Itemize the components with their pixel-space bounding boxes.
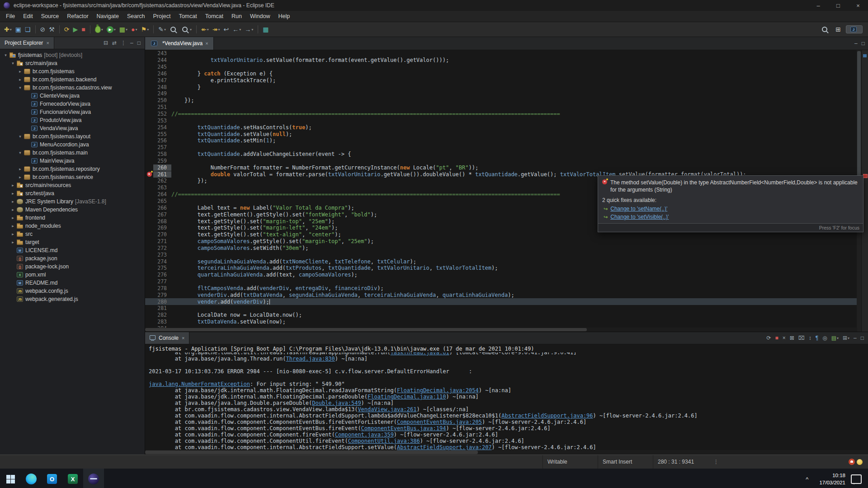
tree-item-br-com-fjsistemas-main[interactable]: ▾br.com.fjsistemas.main	[0, 149, 145, 157]
collapse-caret-icon[interactable]: ▾	[3, 53, 9, 57]
menu-run-9[interactable]: Run	[227, 12, 246, 20]
taskbar-edge-button[interactable]	[21, 469, 42, 488]
code-line-249[interactable]: 249	[145, 90, 857, 97]
collapse-caret-icon[interactable]: ▾	[17, 150, 23, 155]
expand-caret-icon[interactable]: ▸	[17, 175, 23, 179]
tree-item-fornecedorview-java[interactable]: JFornecedorView.java	[0, 100, 145, 108]
taskbar-eclipse-button[interactable]	[83, 469, 104, 488]
view-menu-icon[interactable]: ⋮	[121, 40, 126, 46]
java-perspective-button[interactable]: J	[846, 25, 863, 33]
quick-access-search-button[interactable]	[820, 24, 830, 35]
code-line-246[interactable]: 246 } catch (Exception e) {	[145, 70, 857, 77]
tree-item-license-md[interactable]: MLICENSE.md	[0, 246, 145, 254]
expand-caret-icon[interactable]: ▸	[10, 207, 16, 212]
tree-item-src-main-resources[interactable]: ▸src/main/resources	[0, 181, 145, 189]
console-pin-console-button[interactable]: ◎	[822, 335, 827, 341]
overview-error-mark-icon[interactable]	[863, 174, 868, 178]
minimize-editor-icon[interactable]: –	[854, 40, 858, 47]
statusbar-overflow-icon[interactable]: ⋮	[708, 459, 724, 465]
code-line-251[interactable]: 251	[145, 104, 857, 111]
expand-caret-icon[interactable]: ▸	[17, 77, 23, 82]
code-line-278[interactable]: 278 fltCamposVenda.add(venderDiv, entreg…	[145, 285, 857, 292]
error-marker-icon[interactable]: ×	[147, 172, 152, 177]
code-line-256[interactable]: 256 txtQuantidade.setMin(1);	[145, 137, 857, 144]
tree-item-target[interactable]: ▸target	[0, 238, 145, 246]
tree-item-produtoview-java[interactable]: JProdutoView.java	[0, 116, 145, 124]
code-line-282[interactable]: 282 LocalDate now = LocalDate.now();	[145, 312, 857, 319]
notification-bell-icon[interactable]	[849, 459, 855, 465]
menu-tomcat-8[interactable]: Tomcat	[201, 12, 227, 20]
menu-edit-1[interactable]: Edit	[19, 12, 37, 20]
console-open-console-button[interactable]: ⊞▾	[843, 335, 849, 341]
console-terminate-button[interactable]: ■	[775, 335, 778, 341]
menu-project-6[interactable]: Project	[149, 12, 175, 20]
console-horizontal-scrollbar[interactable]	[145, 450, 868, 455]
overview-mark-icon[interactable]	[863, 54, 867, 57]
console-link[interactable]: AbstractFieldSupport.java:96	[501, 413, 593, 419]
maximize-view-icon[interactable]: □	[137, 40, 141, 46]
menu-file-0[interactable]: File	[2, 12, 19, 20]
console-link[interactable]: ComponentEventBus.java:194	[361, 425, 446, 432]
toolbar-debug-button[interactable]: ▾	[94, 24, 104, 35]
tree-item-mainview-java[interactable]: JMainView.java	[0, 157, 145, 165]
toolbar-previous-annotation-button[interactable]: ↞▾	[200, 24, 210, 35]
tree-item-br-com-fjsistemas-service[interactable]: ▸br.com.fjsistemas.service	[0, 173, 145, 181]
console-link[interactable]: FloatingDecimal.java:2054	[397, 387, 479, 394]
tree-item-clienteview-java[interactable]: JClienteView.java	[0, 92, 145, 100]
code-line-255[interactable]: 255 txtQuantidade.setValue(null);	[145, 131, 857, 137]
tree-item-br-com-fjsistemas[interactable]: ▸br.com.fjsistemas	[0, 67, 145, 75]
code-line-275[interactable]: 275 terceiraLinhaGuiaVenda.add(txtProdut…	[145, 265, 857, 272]
close-icon[interactable]: ×	[46, 40, 49, 46]
console-link[interactable]: Thread.java:830	[286, 356, 335, 362]
quickfix-link[interactable]: Change to 'setVisible(..)'	[610, 214, 669, 220]
quickfix-link[interactable]: Change to 'setName(..)'	[610, 206, 667, 212]
insert-mode-status[interactable]: Smart Insert	[598, 455, 653, 469]
code-line-281[interactable]: 281	[145, 305, 857, 312]
code-line-272[interactable]: 272 campoSomaValores.setWidth("30em");	[145, 244, 857, 251]
console-link[interactable]: FloatingDecimal.java:110	[368, 394, 446, 400]
toolbar-build-all-button[interactable]: ⚒	[47, 24, 56, 35]
console-remove-all-terminated-button[interactable]: ⊠	[790, 335, 794, 341]
tree-item-maven-dependencies[interactable]: ▸Maven Dependencies	[0, 206, 145, 214]
console-link[interactable]: java.lang.NumberFormatException	[149, 381, 250, 387]
maximize-window-button[interactable]: □	[828, 0, 848, 11]
tree-item-src[interactable]: ▸src	[0, 230, 145, 238]
code-line-252[interactable]: 252//===================================…	[145, 111, 857, 117]
console-remove-launch-button[interactable]: ×	[783, 335, 786, 341]
tree-item-br-com-fjsistemas-cadastros-view[interactable]: ▾br.com.fjsistemas.cadastros.view	[0, 84, 145, 92]
console-output[interactable]: at org.apache.tomcat.util.threads.TaskTh…	[145, 352, 868, 450]
code-line-273[interactable]: 273	[145, 251, 857, 258]
tree-item-br-com-fjsistemas-repository[interactable]: ▸br.com.fjsistemas.repository	[0, 165, 145, 173]
code-line-277[interactable]: 277	[145, 278, 857, 285]
console-word-wrap-button[interactable]: ¶	[816, 335, 818, 341]
toolbar-new-java-class-button[interactable]: ✎▾	[157, 24, 167, 35]
collapse-caret-icon[interactable]: ▾	[17, 85, 23, 90]
code-line-247[interactable]: 247 e.printStackTrace();	[145, 77, 857, 84]
console-scroll-lock-button[interactable]: ↕	[809, 335, 811, 341]
tree-item-frontend[interactable]: ▸frontend	[0, 214, 145, 222]
code-line-244[interactable]: 244 txtValorUnitario.setValue(formatter.…	[145, 57, 857, 64]
console-display-selected-console-button[interactable]: ▤▾	[831, 335, 839, 341]
code-line-258[interactable]: 258 txtQuantidade.addValueChangeListener…	[145, 151, 857, 158]
code-line-250[interactable]: 250 });	[145, 97, 857, 104]
console-minimize-button[interactable]: –	[854, 335, 857, 341]
console-clear-console-button[interactable]: ⌧	[798, 335, 805, 341]
cursor-position-status[interactable]: 280 : 31 : 9341	[653, 455, 708, 469]
open-perspective-button[interactable]: ⊞	[834, 24, 842, 35]
taskbar-outlook-button[interactable]	[42, 469, 62, 488]
tree-item-src-main-java[interactable]: ▾src/main/java	[0, 59, 145, 67]
whats-new-bulb-icon[interactable]	[857, 459, 863, 465]
toolbar-stop-tomcat-button[interactable]: ■	[80, 24, 86, 35]
toolbar-run-button[interactable]: ▶▾	[105, 24, 117, 35]
collapse-caret-icon[interactable]: ▾	[10, 61, 16, 66]
expand-caret-icon[interactable]: ▸	[10, 232, 16, 236]
toolbar-open-type-button[interactable]	[168, 24, 179, 35]
toolbar-external-tools-button[interactable]: ⚑▾	[140, 24, 151, 35]
tree-item-package-lock-json[interactable]: {}package-lock.json	[0, 263, 145, 271]
code-line-257[interactable]: 257	[145, 144, 857, 151]
close-window-button[interactable]: ×	[848, 0, 868, 11]
minimize-window-button[interactable]: –	[808, 0, 828, 11]
console-link[interactable]: Component.java:359	[335, 432, 394, 438]
code-line-245[interactable]: 245	[145, 64, 857, 70]
tree-item-vendaview-java[interactable]: JVendaView.java	[0, 124, 145, 132]
